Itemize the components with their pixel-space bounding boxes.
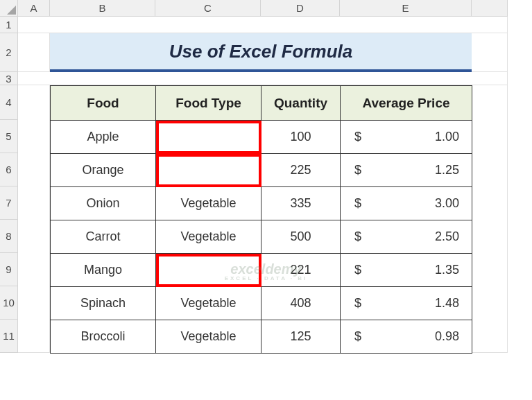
cell-average-price[interactable]: $0.98 bbox=[341, 320, 472, 354]
select-all-corner[interactable] bbox=[0, 0, 18, 17]
cell-average-price[interactable]: $3.00 bbox=[341, 187, 472, 220]
data-table: Food Food Type Quantity Average Price Ap… bbox=[50, 85, 472, 354]
cell-average-price[interactable]: $1.48 bbox=[341, 287, 472, 320]
col-header-blank[interactable] bbox=[472, 0, 508, 17]
table-row: Mango221$1.35 bbox=[51, 254, 472, 287]
cell-average-price[interactable]: $1.25 bbox=[341, 154, 472, 187]
col-header-C[interactable]: C bbox=[155, 0, 261, 17]
header-food[interactable]: Food bbox=[51, 86, 156, 121]
cell-food-type[interactable] bbox=[156, 154, 261, 187]
col-header-A[interactable]: A bbox=[18, 0, 50, 17]
table-row: Apple100$1.00 bbox=[51, 121, 472, 154]
spreadsheet-grid: A B C D E 1 2 Use of Excel Formula 3 4 5… bbox=[0, 0, 532, 353]
table-header-row: Food Food Type Quantity Average Price bbox=[51, 86, 472, 121]
cell-food[interactable]: Onion bbox=[51, 187, 156, 220]
table-row: CarrotVegetable500$2.50 bbox=[51, 220, 472, 254]
header-average-price[interactable]: Average Price bbox=[341, 86, 472, 121]
row-header-8[interactable]: 8 bbox=[0, 220, 18, 253]
cell-food[interactable]: Apple bbox=[51, 121, 156, 154]
row-header-10[interactable]: 10 bbox=[0, 286, 18, 320]
table-row: OnionVegetable335$3.00 bbox=[51, 187, 472, 220]
cell-food-type[interactable]: Vegetable bbox=[156, 287, 261, 320]
currency-symbol: $ bbox=[354, 229, 361, 244]
cell-average-price[interactable]: $2.50 bbox=[341, 220, 472, 254]
currency-symbol: $ bbox=[354, 196, 361, 211]
cell-food[interactable]: Mango bbox=[51, 254, 156, 287]
cell-quantity[interactable]: 225 bbox=[261, 154, 341, 187]
cell-food-type[interactable]: Vegetable bbox=[156, 220, 261, 254]
row-header-5[interactable]: 5 bbox=[0, 120, 18, 153]
header-food-type[interactable]: Food Type bbox=[156, 86, 261, 121]
row-header-6[interactable]: 6 bbox=[0, 153, 18, 186]
row-header-9[interactable]: 9 bbox=[0, 253, 18, 286]
cell-quantity[interactable]: 221 bbox=[261, 254, 341, 287]
cell-food[interactable]: Carrot bbox=[51, 220, 156, 254]
col-header-E[interactable]: E bbox=[340, 0, 472, 17]
cell-food[interactable]: Orange bbox=[51, 154, 156, 187]
currency-symbol: $ bbox=[354, 263, 361, 277]
row-header-3[interactable]: 3 bbox=[0, 72, 18, 85]
cell-food-type[interactable] bbox=[156, 254, 261, 287]
row-header-2[interactable]: 2 bbox=[0, 33, 18, 72]
cell-food-type[interactable] bbox=[156, 121, 261, 154]
table-row: BroccoliVegetable125$0.98 bbox=[51, 320, 472, 354]
cell-quantity[interactable]: 500 bbox=[261, 220, 341, 254]
row-header-4[interactable]: 4 bbox=[0, 85, 18, 120]
col-header-D[interactable]: D bbox=[261, 0, 340, 17]
data-table-wrap: Food Food Type Quantity Average Price Ap… bbox=[50, 85, 472, 353]
currency-symbol: $ bbox=[354, 329, 361, 344]
currency-symbol: $ bbox=[354, 296, 361, 311]
currency-symbol: $ bbox=[354, 163, 361, 177]
table-row: Orange225$1.25 bbox=[51, 154, 472, 187]
cell-food-type[interactable]: Vegetable bbox=[156, 320, 261, 354]
title-text: Use of Excel Formula bbox=[169, 41, 352, 62]
currency-symbol: $ bbox=[354, 130, 361, 144]
cell-food[interactable]: Broccoli bbox=[51, 320, 156, 354]
cell-quantity[interactable]: 408 bbox=[261, 287, 341, 320]
row-header-11[interactable]: 11 bbox=[0, 320, 18, 353]
table-row: SpinachVegetable408$1.48 bbox=[51, 287, 472, 320]
cell-quantity[interactable]: 100 bbox=[261, 121, 341, 154]
cell-food[interactable]: Spinach bbox=[51, 287, 156, 320]
cell-quantity[interactable]: 335 bbox=[261, 187, 341, 220]
col-header-B[interactable]: B bbox=[50, 0, 155, 17]
row-header-1[interactable]: 1 bbox=[0, 17, 18, 33]
cell-quantity[interactable]: 125 bbox=[261, 320, 341, 354]
cell-food-type[interactable]: Vegetable bbox=[156, 187, 261, 220]
row-header-7[interactable]: 7 bbox=[0, 186, 18, 220]
title-banner: Use of Excel Formula bbox=[50, 33, 472, 72]
cell-average-price[interactable]: $1.00 bbox=[341, 121, 472, 154]
cell-average-price[interactable]: $1.35 bbox=[341, 254, 472, 287]
header-quantity[interactable]: Quantity bbox=[261, 86, 341, 121]
